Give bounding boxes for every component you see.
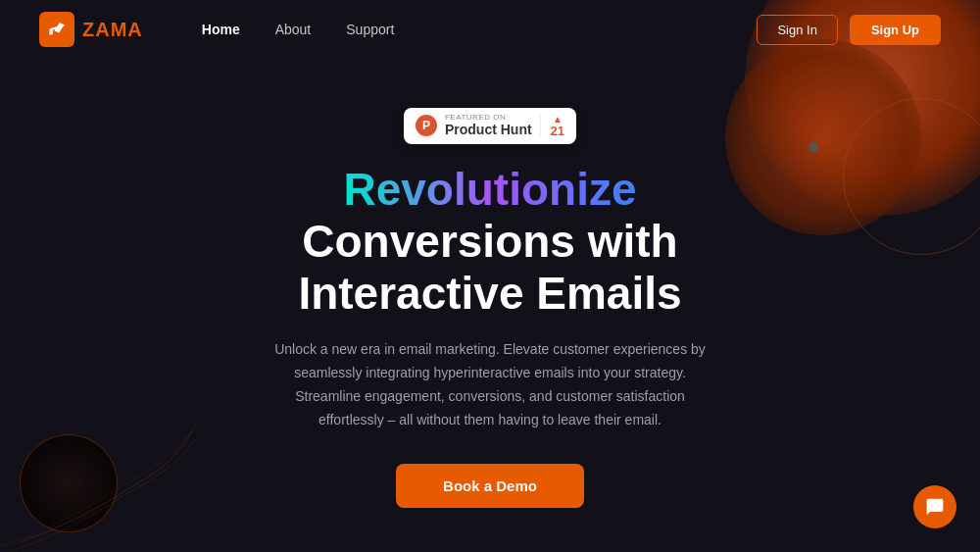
- logo-icon: [39, 12, 74, 47]
- headline-rest: Conversions withInteractive Emails: [298, 216, 681, 319]
- ph-featured-label: FEATURED ON: [445, 114, 506, 122]
- hero-headline: Revolutionize Conversions withInteractiv…: [220, 164, 760, 320]
- chat-button[interactable]: [913, 485, 956, 528]
- nav-actions: Sign In Sign Up: [757, 15, 941, 45]
- nav-link-about[interactable]: About: [275, 22, 312, 37]
- logo[interactable]: ZAMA: [39, 12, 143, 47]
- headline-colored: Revolutionize: [343, 164, 636, 215]
- hero-subtext: Unlock a new era in email marketing. Ele…: [274, 338, 706, 431]
- hero-section: P FEATURED ON Product Hunt ▲ 21 Revoluti…: [0, 59, 980, 508]
- book-demo-button[interactable]: Book a Demo: [396, 464, 584, 508]
- product-hunt-text: FEATURED ON Product Hunt: [445, 114, 532, 138]
- navbar: ZAMA Home About Support Sign In Sign Up: [0, 0, 980, 59]
- product-hunt-badge[interactable]: P FEATURED ON Product Hunt ▲ 21: [404, 108, 576, 144]
- nav-link-support[interactable]: Support: [346, 22, 394, 37]
- product-hunt-logo: P: [416, 115, 437, 136]
- nav-links: Home About Support: [202, 22, 758, 37]
- logo-text: ZAMA: [82, 19, 143, 41]
- signup-button[interactable]: Sign Up: [850, 15, 941, 45]
- chat-icon: [925, 497, 945, 517]
- ph-votes: ▲ 21: [540, 115, 564, 137]
- signin-button[interactable]: Sign In: [757, 15, 837, 45]
- ph-vote-count: 21: [551, 125, 564, 137]
- nav-link-home[interactable]: Home: [202, 22, 240, 37]
- ph-name-label: Product Hunt: [445, 122, 532, 138]
